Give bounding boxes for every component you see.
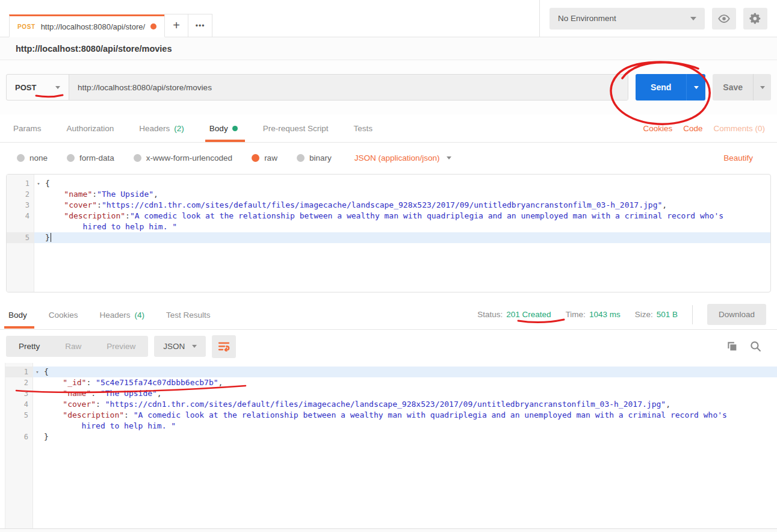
- fold-spacer: [34, 200, 43, 211]
- send-label: Send: [651, 82, 671, 92]
- tab-cookies[interactable]: Cookies: [48, 302, 79, 328]
- view-raw[interactable]: Raw: [52, 336, 94, 357]
- settings-button[interactable]: [743, 8, 767, 29]
- tab-authorization[interactable]: Authorization: [66, 115, 116, 141]
- fold-spacer: [34, 232, 43, 243]
- status-label: Status:: [477, 310, 503, 319]
- download-button[interactable]: Download: [707, 304, 766, 325]
- copy-icon[interactable]: [726, 341, 738, 352]
- request-links: CookiesCodeComments (0): [643, 124, 765, 133]
- tab-method-badge: POST: [17, 23, 36, 30]
- body-mode-none[interactable]: none: [17, 153, 48, 162]
- tab-headers[interactable]: Headers(4): [99, 302, 146, 328]
- tab-label: Tests: [353, 124, 373, 133]
- tab-headers[interactable]: Headers(2): [138, 115, 185, 141]
- text-cursor: [51, 233, 52, 242]
- code-line-6[interactable]: 6}: [5, 431, 777, 442]
- fold-spacer: [34, 189, 43, 200]
- status-value: 201 Created: [506, 310, 551, 319]
- code-line-5[interactable]: 5}: [7, 232, 770, 243]
- time-value: 1043 ms: [589, 310, 621, 319]
- code-text: "name":"The Upside",: [43, 189, 740, 200]
- fold-spacer: [33, 410, 42, 431]
- body-mode-x-www-form-urlencoded[interactable]: x-www-form-urlencoded: [134, 153, 232, 162]
- line-number: 4: [7, 211, 34, 232]
- content-type-select[interactable]: JSON (application/json): [354, 153, 452, 162]
- tab-test-results[interactable]: Test Results: [165, 302, 212, 328]
- code-line-4[interactable]: 4 "cover": "https://cdn1.thr.com/sites/d…: [5, 399, 777, 410]
- request-body-editor[interactable]: 1▾{2 "name":"The Upside",3 "cover":"http…: [6, 174, 771, 292]
- line-number: 6: [5, 431, 33, 442]
- code-link[interactable]: Code: [683, 124, 702, 133]
- tab-params[interactable]: Params: [12, 115, 43, 141]
- code-line-5[interactable]: 5 "description": "A comedic look at the …: [5, 410, 777, 431]
- tab-count-badge: (4): [135, 311, 145, 320]
- radio-icon: [17, 154, 25, 162]
- method-select[interactable]: POST: [7, 75, 69, 100]
- method-label: POST: [15, 83, 36, 92]
- line-number: 1: [5, 367, 33, 377]
- line-number: 2: [5, 377, 33, 388]
- new-tab-button[interactable]: +: [164, 14, 188, 37]
- code-line-4[interactable]: 4 "description":"A comedic look at the r…: [7, 211, 770, 232]
- cookies-link[interactable]: Cookies: [643, 124, 672, 133]
- code-line-1[interactable]: 1▾{: [7, 178, 770, 189]
- tab-pre-request-script[interactable]: Pre-request Script: [262, 115, 330, 141]
- comments-0-link[interactable]: Comments (0): [713, 124, 765, 133]
- plus-icon: +: [173, 19, 180, 32]
- fold-caret-icon: ▾: [34, 178, 43, 189]
- window-bottom-strip: [0, 528, 777, 532]
- code-text: "_id": "5c4e715fa74c07dbbb6ecb7b",: [42, 377, 738, 388]
- line-number: 1: [7, 178, 34, 189]
- save-options-button[interactable]: [753, 74, 771, 101]
- send-options-button[interactable]: [686, 74, 705, 101]
- response-body-editor[interactable]: 1▾{2 "_id": "5c4e715fa74c07dbbb6ecb7b",3…: [5, 363, 777, 528]
- code-line-3[interactable]: 3 "name": "The Upside",: [5, 388, 777, 399]
- code-line-2[interactable]: 2 "name":"The Upside",: [7, 189, 770, 200]
- divider: [692, 305, 693, 324]
- line-number: 4: [5, 399, 33, 410]
- environment-quick-look-button[interactable]: [712, 8, 736, 29]
- save-button[interactable]: Save: [713, 74, 753, 101]
- body-mode-binary[interactable]: binary: [297, 153, 332, 162]
- code-line-3[interactable]: 3 "cover":"https://cdn1.thr.com/sites/de…: [7, 200, 770, 211]
- view-preview[interactable]: Preview: [94, 336, 148, 357]
- radio-icon: [297, 154, 305, 162]
- content-type-label: JSON (application/json): [354, 153, 440, 162]
- body-mode-form-data[interactable]: form-data: [67, 153, 114, 162]
- environment-select[interactable]: No Environment: [549, 8, 705, 29]
- request-tabs: ParamsAuthorizationHeaders(2)BodyPre-req…: [12, 115, 374, 141]
- code-line-2[interactable]: 2 "_id": "5c4e715fa74c07dbbb6ecb7b",: [5, 377, 777, 388]
- tab-count-badge: (2): [174, 124, 184, 133]
- tab-label: Cookies: [49, 311, 78, 320]
- tab-body[interactable]: Body: [208, 115, 239, 141]
- method-url-control: POST http://localhost:8080/api/store/mov…: [6, 74, 628, 101]
- request-tab-strip: POST http://localhost:8080/api/store/ + …: [0, 0, 539, 37]
- code-text: "description":"A comedic look at the rel…: [43, 211, 740, 232]
- tab-bar: POST http://localhost:8080/api/store/ + …: [0, 0, 777, 37]
- tab-tests[interactable]: Tests: [352, 115, 374, 141]
- response-format-select[interactable]: JSON: [154, 336, 206, 357]
- url-value: http://localhost:8080/api/store/movies: [78, 83, 212, 92]
- tab-label: Pre-request Script: [263, 124, 329, 133]
- code-text: "cover": "https://cdn1.thr.com/sites/def…: [42, 399, 738, 410]
- view-pretty[interactable]: Pretty: [6, 336, 52, 357]
- fold-spacer: [33, 431, 42, 442]
- tab-label: Headers: [100, 311, 131, 320]
- tab-body[interactable]: Body: [7, 302, 28, 328]
- send-button[interactable]: Send: [636, 74, 686, 101]
- request-tab[interactable]: POST http://localhost:8080/api/store/: [9, 14, 165, 37]
- radio-label: x-www-form-urlencoded: [146, 153, 232, 162]
- body-mode-raw[interactable]: raw: [252, 153, 277, 162]
- code-line-1[interactable]: 1▾{: [5, 367, 777, 377]
- chevron-down-icon: [690, 17, 696, 20]
- search-icon[interactable]: [750, 341, 761, 352]
- line-number: 3: [7, 200, 34, 211]
- gear-icon: [749, 12, 762, 25]
- beautify-link[interactable]: Beautify: [723, 153, 760, 162]
- tab-options-button[interactable]: •••: [188, 14, 212, 37]
- chevron-down-icon: [447, 156, 451, 159]
- time-stat: Time: 1043 ms: [566, 310, 621, 319]
- wrap-text-button[interactable]: [212, 335, 236, 358]
- url-input[interactable]: http://localhost:8080/api/store/movies: [69, 75, 628, 100]
